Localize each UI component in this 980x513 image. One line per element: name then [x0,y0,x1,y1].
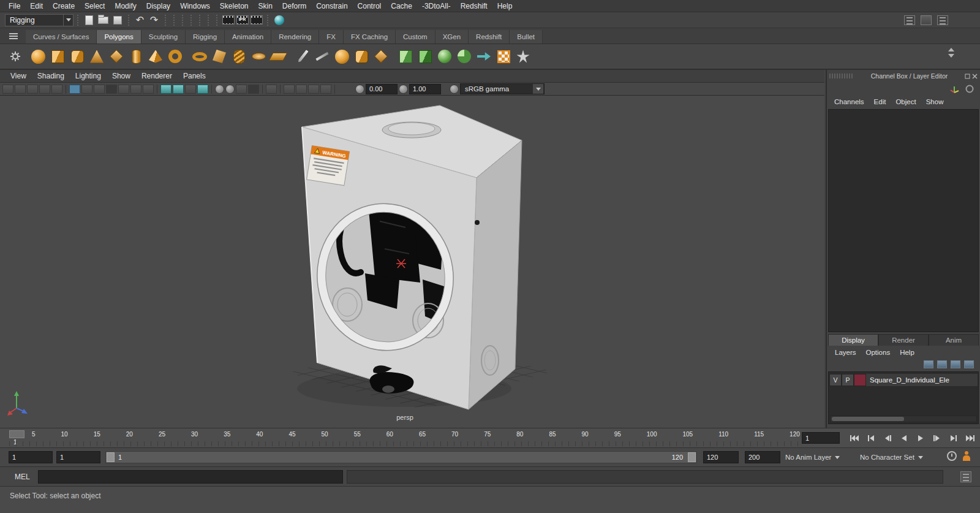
menu-windows[interactable]: Windows [175,2,215,10]
multi-cut-icon[interactable] [312,46,332,67]
gamma-field[interactable]: 1.00 [409,84,441,94]
layer-playback-toggle[interactable]: P [842,374,854,386]
tab-render[interactable]: Render [878,334,929,346]
cb-menu-show[interactable]: Show [922,98,948,105]
isolate-select-icon[interactable] [266,85,277,94]
panel-menu-show[interactable]: Show [107,72,136,80]
shelf-tab-custom[interactable]: Custom [396,30,435,44]
menu-help[interactable]: Help [492,2,518,10]
toolbar-grip[interactable] [76,15,80,26]
menu-redshift[interactable]: Redshift [456,2,492,10]
command-language-toggle[interactable]: MEL [15,473,30,481]
render-current-frame-icon[interactable] [221,13,235,27]
uv-checker-icon[interactable] [494,46,513,67]
toolbar-grip[interactable] [266,15,270,26]
poly-pipe-icon[interactable] [165,46,185,67]
poly-cylinder-icon[interactable] [126,46,146,67]
menu-modify[interactable]: Modify [110,2,141,10]
poly-cube-icon[interactable] [48,46,67,67]
poly-torus-icon[interactable] [190,46,209,67]
redo-icon[interactable]: ↷ [147,13,161,27]
panel-menu-panels[interactable]: Panels [178,72,211,80]
pane-layout-hypershade-icon[interactable] [320,85,331,94]
tool-settings-toggle-icon[interactable] [921,15,932,25]
layer-name[interactable]: Square_D_Individual_Ele [866,374,978,386]
shelf-tab-curves-surfaces[interactable]: Curves / Surfaces [26,30,97,44]
step-back-key-button[interactable] [880,431,895,446]
panel-menu-lighting[interactable]: Lighting [70,72,107,80]
pane-layout-outliner-icon[interactable] [308,85,319,94]
step-back-frame-button[interactable] [863,431,878,446]
shelf-tab-sculpting[interactable]: Sculpting [141,30,186,44]
script-editor-icon[interactable] [960,471,971,482]
menu-edit[interactable]: Edit [25,2,48,10]
shelf-tab-xgen[interactable]: XGen [435,30,469,44]
pane-layout-four-icon[interactable] [296,85,307,94]
cb-menu-object[interactable]: Object [892,98,919,105]
menu-constrain[interactable]: Constrain [311,2,352,10]
toolbar-grip[interactable] [215,15,219,26]
lock-camera-icon[interactable] [15,85,26,94]
wireframe-icon[interactable] [160,85,172,94]
select-camera-icon[interactable] [2,85,13,94]
toolbar-grip[interactable] [172,15,176,26]
shelf-tab-animation[interactable]: Animation [225,30,271,44]
poly-sphere-smooth-icon[interactable] [332,46,352,67]
auto-key-icon[interactable] [947,451,957,461]
poly-disc-icon[interactable] [249,46,268,67]
go-to-end-button[interactable] [962,431,978,446]
poly-cube-bevel-icon[interactable] [67,46,87,67]
view-transform-icon[interactable] [450,85,459,94]
range-start-handle[interactable] [107,452,115,462]
menu-skeleton[interactable]: Skeleton [215,2,254,10]
pin-panel-icon[interactable] [965,74,970,79]
range-end-handle[interactable] [688,452,696,462]
move-layer-down-icon[interactable] [937,360,947,368]
poly-supershape-icon[interactable] [371,46,391,67]
camera-attributes-icon[interactable] [27,85,38,94]
poly-platonic-icon[interactable] [107,46,126,67]
command-input[interactable] [38,470,343,484]
cb-menu-edit[interactable]: Edit [870,98,890,105]
command-output[interactable] [347,470,943,484]
exposure-icon[interactable] [355,85,364,94]
close-icon[interactable] [972,74,978,79]
manipulator-axis-icon[interactable] [950,85,959,94]
toolbar-grip[interactable] [189,15,193,26]
character-set-dropdown[interactable]: No Character Set [860,454,923,461]
textured-icon[interactable] [185,85,196,94]
shaded-icon[interactable] [173,85,184,94]
bevel-icon[interactable] [415,46,435,67]
layer-visibility-toggle[interactable]: V [829,374,842,386]
all-lights-icon[interactable] [225,85,235,94]
display-layer-row[interactable]: V P Square_D_Individual_Ele [829,374,978,386]
node-network-icon[interactable] [513,46,533,67]
panel-menu-shading[interactable]: Shading [32,72,70,80]
shelf-tab-fx-caching[interactable]: FX Caching [344,30,396,44]
shelf-tab-fx[interactable]: FX [319,30,344,44]
panel-menu-view[interactable]: View [5,72,32,80]
layer-list-hscrollbar[interactable] [830,416,977,422]
layers-menu[interactable]: Layers [831,349,861,356]
shelf-scroll-up-icon[interactable] [948,48,954,51]
smooth-icon[interactable] [435,46,454,67]
step-forward-frame-button[interactable] [946,431,961,446]
animation-start-field[interactable]: 1 [9,451,53,463]
safe-title-icon[interactable] [143,85,154,94]
film-gate-icon[interactable] [81,85,92,94]
animation-end-field[interactable]: 200 [745,451,780,463]
menu-set-selector[interactable]: Rigging [5,14,74,26]
save-scene-icon[interactable] [110,13,124,27]
shelf-tab-redshift[interactable]: Redshift [469,30,510,44]
render-settings-icon[interactable] [249,13,263,27]
menu-3dtoall[interactable]: -3DtoAll- [417,2,456,10]
pane-layout-single-icon[interactable] [284,85,295,94]
shelf-tab-bullet[interactable]: Bullet [510,30,543,44]
attribute-editor-toggle-icon[interactable] [904,15,915,25]
shadows-icon[interactable] [236,85,247,94]
perspective-viewport[interactable]: WARNING [0,96,824,428]
combine-icon[interactable] [474,46,494,67]
field-chart-icon[interactable] [118,85,129,94]
channel-box-toggle-icon[interactable] [937,15,948,25]
go-to-start-button[interactable] [846,431,862,446]
